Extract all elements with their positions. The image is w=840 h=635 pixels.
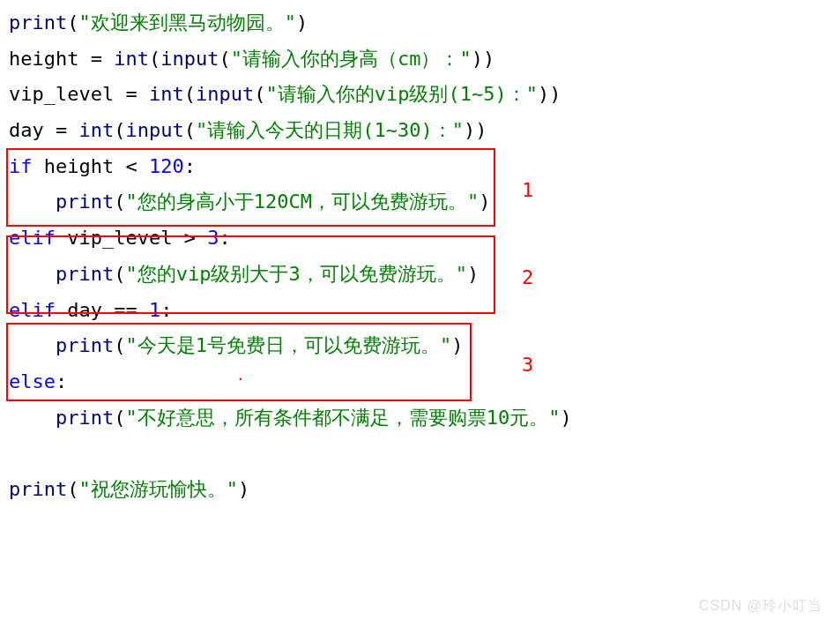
print-call: print <box>56 407 114 429</box>
print-call: print <box>56 334 114 356</box>
code-line-8: print("您的vip级别大于3，可以免费游玩。") <box>9 257 831 293</box>
annotation-label-2: 2 <box>522 260 533 296</box>
code-line-10: print("今天是1号免费日，可以免费游玩。") <box>9 328 831 364</box>
if-keyword: if <box>9 155 33 177</box>
annotation-label-1: 1 <box>522 173 533 209</box>
code-line-6: print("您的身高小于120CM，可以免费游玩。") <box>9 184 831 220</box>
string-literal: "不好意思，所有条件都不满足，需要购票10元。" <box>125 407 560 429</box>
code-line-11: else: <box>9 364 831 400</box>
else-keyword: else <box>9 370 56 392</box>
input-call: input <box>196 83 254 105</box>
input-call: input <box>125 119 183 141</box>
elif-keyword: elif <box>9 227 56 249</box>
int-call: int <box>114 48 149 70</box>
annotation-label-3: 3 <box>522 347 533 384</box>
string-literal: "欢迎来到黑马动物园。" <box>78 11 296 34</box>
code-line-9: elif day == 1: <box>9 293 831 329</box>
code-line-empty <box>9 436 831 472</box>
print-call: print <box>9 11 67 34</box>
string-literal: "今天是1号免费日，可以免费游玩。" <box>125 334 451 356</box>
code-line-14: print("祝您游玩愉快。") <box>9 472 831 508</box>
input-call: input <box>160 48 219 70</box>
string-literal: "您的vip级别大于3，可以免费游玩。" <box>125 263 466 285</box>
print-call: print <box>56 190 114 213</box>
string-literal: "请输入你的身高（cm）：" <box>231 48 472 70</box>
print-call: print <box>56 263 114 285</box>
code-line-3: vip_level = int(input("请输入你的vip级别(1~5)："… <box>9 77 831 113</box>
code-block: print("欢迎来到黑马动物园。") height = int(input("… <box>9 5 831 508</box>
code-line-4: day = int(input("请输入今天的日期(1~30)：")) <box>9 113 831 149</box>
code-line-12: print("不好意思，所有条件都不满足，需要购票10元。") <box>9 400 831 437</box>
print-call: print <box>9 478 67 500</box>
int-call: int <box>149 83 184 105</box>
string-literal: "祝您游玩愉快。" <box>78 478 238 500</box>
int-call: int <box>78 119 114 141</box>
code-line-2: height = int(input("请输入你的身高（cm）：")) <box>9 41 831 78</box>
code-line-1: print("欢迎来到黑马动物园。") <box>9 5 831 41</box>
string-literal: "您的身高小于120CM，可以免费游玩。" <box>125 190 479 213</box>
watermark-text: CSDN @玲小叮当 <box>699 593 822 619</box>
annotation-dot: . <box>236 362 245 389</box>
elif-keyword: elif <box>9 299 56 321</box>
string-literal: "请输入今天的日期(1~30)：" <box>196 119 464 141</box>
number-literal: 3 <box>207 227 219 249</box>
number-literal: 120 <box>149 155 184 177</box>
string-literal: "请输入你的vip级别(1~5)：" <box>265 83 537 105</box>
code-line-7: elif vip_level > 3: <box>9 220 831 257</box>
code-line-5: if height < 120: <box>9 149 831 185</box>
number-literal: 1 <box>149 299 160 321</box>
